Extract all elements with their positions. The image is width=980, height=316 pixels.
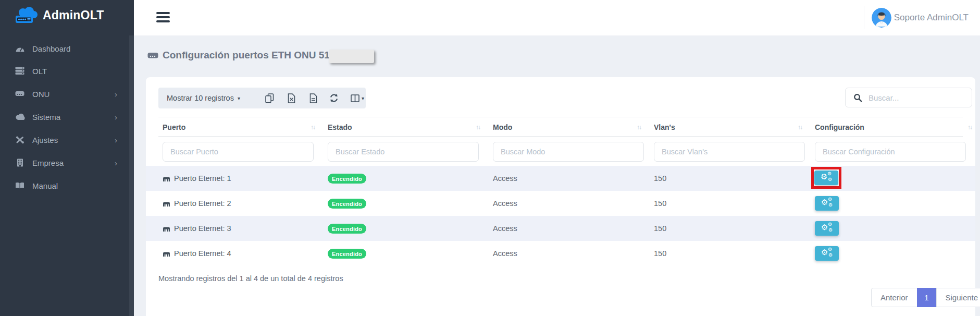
sort-icon[interactable]: ↑↓ [637, 117, 641, 137]
caret-down-icon: ▾ [362, 95, 364, 101]
device-icon [15, 90, 25, 98]
cell-configuracion: ⚙⚙⚙ [815, 191, 839, 216]
cloud-device-logo-icon [15, 6, 39, 25]
app-logo[interactable]: AdminOLT [15, 6, 104, 25]
sidebar-toggle-button[interactable] [156, 12, 170, 23]
sidebar-item-ajustes[interactable]: Ajustes › [0, 129, 134, 150]
chevron-right-icon: › [115, 90, 117, 99]
column-header-estado[interactable]: Estado [328, 117, 352, 137]
sidebar-scroll-track [129, 35, 134, 316]
sidebar-item-olt[interactable]: OLT [0, 60, 134, 81]
sort-icon[interactable]: ↑↓ [476, 117, 480, 137]
cell-vlans: 150 [654, 216, 666, 241]
ethernet-icon [163, 250, 170, 257]
cell-configuracion: ⚙⚙⚙ [815, 241, 839, 266]
chevron-right-icon: › [115, 136, 117, 144]
status-badge: Encendido [328, 199, 366, 209]
sidebar-item-onu[interactable]: ONU › [0, 83, 134, 104]
table-columns-icon [351, 94, 359, 102]
cell-modo: Access [493, 241, 517, 266]
ethernet-icon [163, 175, 170, 182]
user-avatar-icon [872, 8, 891, 28]
search-icon [853, 93, 862, 102]
refresh-icon [329, 93, 339, 103]
cell-estado: Encendido [328, 166, 366, 191]
caret-down-icon: ▾ [238, 95, 240, 101]
sidebar-item-label: Ajustes [32, 136, 58, 144]
sort-icon[interactable]: ↑↓ [798, 117, 802, 137]
refresh-button[interactable] [325, 88, 343, 108]
table-row: Puerto Eternet: 2 Encendido Access 150 ⚙… [146, 191, 975, 216]
copy-button[interactable] [260, 88, 278, 108]
sidebar-item-label: Dashboard [32, 44, 70, 53]
sidebar: AdminOLT Dashboard OLT ONU › Sistema [0, 0, 134, 316]
sidebar-item-manual[interactable]: Manual [0, 175, 134, 196]
pagination-next-button[interactable]: Siguiente [936, 288, 980, 307]
cell-puerto: Puerto Eternet: 4 [163, 241, 231, 266]
topbar: Soporte AdminOLT [134, 0, 980, 35]
cogs-icon: ⚙⚙⚙ [815, 196, 839, 211]
tools-icon [15, 136, 25, 144]
username[interactable]: Soporte AdminOLT [894, 0, 969, 35]
sidebar-item-label: Empresa [32, 159, 64, 167]
avatar[interactable] [872, 8, 891, 28]
sort-icon[interactable]: ↑↓ [311, 117, 315, 137]
app-root: AdminOLT Dashboard OLT ONU › Sistema [0, 0, 980, 316]
configure-port-button[interactable]: ⚙⚙⚙ [815, 221, 839, 236]
filter-modo-input[interactable] [493, 142, 644, 162]
ethernet-icon [163, 225, 170, 232]
sidebar-item-label: Sistema [32, 113, 60, 121]
configure-port-button[interactable]: ⚙⚙⚙ [815, 196, 839, 211]
column-header-configuracion[interactable]: Configuración [815, 117, 864, 137]
column-header-modo[interactable]: Modo [493, 117, 512, 137]
status-badge: Encendido [328, 174, 366, 184]
page-title: Configuración puertos ETH ONU 512 - [163, 50, 341, 61]
table-toolbar: Mostrar 10 registros ▾ ▾ [158, 88, 366, 108]
puerto-label: Puerto Eternet: 2 [174, 199, 231, 208]
column-header-puerto[interactable]: Puerto [163, 117, 185, 137]
filter-configuracion-input[interactable] [815, 142, 966, 162]
search-input[interactable] [869, 93, 965, 102]
file-excel-icon [288, 93, 295, 103]
cell-puerto: Puerto Eternet: 1 [163, 166, 231, 191]
annotation-highlight-box: ⚙⚙⚙ [811, 167, 841, 189]
column-visibility-button[interactable]: ▾ [345, 88, 370, 108]
page-length-select[interactable]: Mostrar 10 registros ▾ [167, 88, 240, 108]
table-row: Puerto Eternet: 4 Encendido Access 150 ⚙… [146, 241, 975, 266]
open-book-icon [15, 182, 25, 189]
cell-configuracion: ⚙⚙⚙ [815, 216, 839, 241]
page-length-label: Mostrar 10 registros [167, 94, 234, 102]
filter-estado-input[interactable] [328, 142, 479, 162]
sidebar-item-empresa[interactable]: Empresa › [0, 152, 134, 173]
sidebar-item-label: Manual [32, 181, 58, 190]
filter-vlans-input[interactable] [654, 142, 805, 162]
cogs-icon: ⚙⚙⚙ [815, 246, 839, 261]
device-title-icon [147, 52, 158, 59]
sidebar-item-sistema[interactable]: Sistema › [0, 106, 134, 127]
sort-icon[interactable]: ↑↓ [967, 117, 972, 137]
cell-modo: Access [493, 216, 517, 241]
cell-puerto: Puerto Eternet: 3 [163, 216, 231, 241]
table-row: Puerto Eternet: 1 Encendido Access 150 ⚙… [146, 166, 975, 191]
filter-row [146, 137, 975, 166]
column-header-vlans[interactable]: Vlan's [654, 117, 675, 137]
cell-puerto: Puerto Eternet: 2 [163, 191, 231, 216]
pagination: Anterior 1 Siguiente [871, 288, 980, 307]
pagination-prev-button[interactable]: Anterior [871, 288, 917, 307]
table-card: Mostrar 10 registros ▾ ▾ [146, 77, 975, 316]
configure-port-button[interactable]: ⚙⚙⚙ [814, 171, 838, 185]
table-row: Puerto Eternet: 3 Encendido Access 150 ⚙… [146, 216, 975, 241]
export-excel-button[interactable] [282, 88, 300, 108]
logo-text: AdminOLT [43, 8, 104, 22]
filter-puerto-input[interactable] [163, 142, 314, 162]
gauge-icon [15, 44, 25, 53]
chevron-right-icon: › [115, 159, 117, 167]
sidebar-item-dashboard[interactable]: Dashboard [0, 38, 134, 59]
puerto-label: Puerto Eternet: 1 [174, 174, 231, 183]
export-file-button[interactable] [304, 88, 322, 108]
cogs-icon: ⚙⚙⚙ [814, 171, 838, 185]
cell-estado: Encendido [328, 191, 366, 216]
configure-port-button[interactable]: ⚙⚙⚙ [815, 246, 839, 261]
pagination-page-1[interactable]: 1 [917, 288, 937, 307]
copy-icon [265, 93, 274, 103]
